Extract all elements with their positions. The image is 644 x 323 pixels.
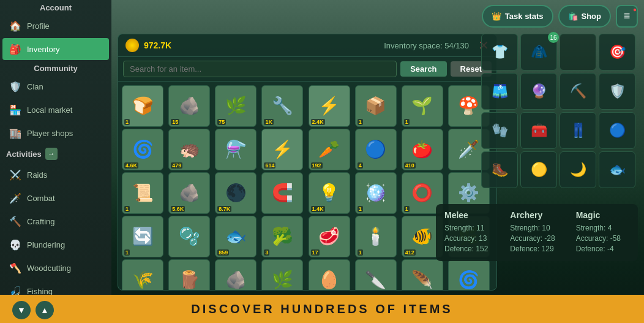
item-cell[interactable]: 🥩17 xyxy=(309,216,350,257)
item-cell[interactable]: 🪨2 xyxy=(215,259,256,290)
item-cell[interactable]: 🕯️1 xyxy=(355,216,397,257)
stats-panel: Melee Strength: 11 Accuracy: 13 Defence:… xyxy=(436,204,638,261)
sidebar-item-profile[interactable]: 🏠 Profile xyxy=(2,15,109,37)
item-cell[interactable]: 🪨5.6K xyxy=(168,172,210,214)
item-cell[interactable]: 📜1 xyxy=(122,172,163,214)
equip-slot[interactable]: 🔵 xyxy=(599,112,635,149)
equip-slot[interactable] xyxy=(560,34,596,70)
equip-slot[interactable]: 🌙 xyxy=(560,151,596,188)
item-icon: 🦔 xyxy=(179,141,200,158)
equip-slot[interactable]: 👖 xyxy=(560,112,596,149)
equip-slot[interactable]: 🛡️ xyxy=(599,73,635,110)
nav-up-arrow[interactable]: ▲ xyxy=(36,301,54,319)
item-count: 1 xyxy=(358,206,363,212)
equip-slot[interactable]: 🧤 xyxy=(481,112,518,149)
equip-slot[interactable]: 🥾 xyxy=(481,151,518,188)
item-count: 4 xyxy=(358,162,363,169)
item-cell[interactable]: 🌾146 xyxy=(122,259,163,290)
bag-icon: 🛍️ xyxy=(568,12,578,21)
item-icon: 🌾 xyxy=(132,272,154,289)
item-icon: 🗡️ xyxy=(458,141,479,158)
item-cell[interactable]: 🔧1K xyxy=(261,85,303,127)
item-cell[interactable]: 🥕192 xyxy=(309,129,350,170)
item-icon: 🥚 xyxy=(318,272,340,289)
item-cell[interactable]: 🫧 xyxy=(168,216,210,257)
activities-arrow[interactable]: → xyxy=(45,148,58,160)
item-cell[interactable]: ⚡2.4K xyxy=(309,85,350,127)
equip-slot[interactable]: 🎯 xyxy=(599,34,635,70)
item-cell[interactable]: 🍅410 xyxy=(402,129,443,170)
sidebar-item-crafting[interactable]: 🔨 Crafting xyxy=(2,210,109,232)
item-cell[interactable]: 🪩1 xyxy=(355,172,397,214)
item-cell[interactable]: 🔪1 xyxy=(355,259,397,290)
sidebar-item-clan[interactable]: 🛡️ Clan xyxy=(2,75,109,97)
magic-strength: Strength: 4 xyxy=(576,224,629,232)
crafting-icon: 🔨 xyxy=(9,215,22,228)
hamburger-icon: ≡ xyxy=(624,10,631,23)
menu-button[interactable]: ≡ ● xyxy=(616,5,638,28)
task-stats-button[interactable]: 👑 Task stats xyxy=(482,5,553,28)
equip-slot[interactable]: 🔮 xyxy=(520,73,557,110)
magic-title: Magic xyxy=(576,210,629,220)
equip-slot[interactable]: 🟡 xyxy=(520,151,557,188)
sidebar-label-fishing: Fishing xyxy=(27,287,53,295)
item-cell[interactable]: ⚗️ xyxy=(215,129,256,170)
item-cell[interactable]: 🔵4 xyxy=(355,129,397,170)
sidebar-item-raids[interactable]: ⚔️ Raids xyxy=(2,164,109,186)
equip-slot[interactable]: 👕 xyxy=(481,34,518,70)
sidebar-item-inventory[interactable]: 🎒 Inventory xyxy=(2,38,109,60)
item-cell[interactable]: 🥦3 xyxy=(261,216,303,257)
archery-stats: Archery Strength: 10 Accuracy: -28 Defen… xyxy=(510,210,563,255)
item-cell[interactable]: 🌑8.7K xyxy=(215,172,256,214)
item-cell[interactable]: 🪶1.5K xyxy=(402,259,443,290)
item-count: 1K xyxy=(264,119,274,125)
item-icon: 🔧 xyxy=(272,97,293,115)
sidebar-item-combat[interactable]: 🗡️ Combat xyxy=(2,187,109,209)
item-cell[interactable]: 🪨15 xyxy=(168,85,210,127)
sidebar-item-player-shops[interactable]: 🏬 Player shops xyxy=(2,122,109,144)
equip-slot[interactable]: 🧰 xyxy=(520,112,557,149)
item-cell[interactable]: 🌀 xyxy=(448,259,490,290)
item-cell[interactable]: 🍞1 xyxy=(122,85,163,127)
item-cell[interactable]: 🦔479 xyxy=(168,129,210,170)
item-icon: 🐟 xyxy=(225,228,247,245)
item-cell[interactable]: 🌱1 xyxy=(402,85,443,127)
item-count: 192 xyxy=(311,162,323,169)
equip-slot[interactable]: 🧥16 xyxy=(520,34,557,70)
equip-slot[interactable]: 🐟 xyxy=(599,151,635,188)
item-icon: 🔄 xyxy=(132,228,154,245)
item-cell[interactable]: 📦1 xyxy=(355,85,397,127)
sidebar-label-woodcutting: Woodcutting xyxy=(27,264,71,273)
sidebar-item-local-market[interactable]: 🏪 Local market xyxy=(2,99,109,121)
item-cell[interactable]: 🌀4.6K xyxy=(122,129,163,170)
item-cell[interactable]: 🔄1 xyxy=(122,216,163,257)
equip-icon: 🧥 xyxy=(531,44,547,60)
shop-button[interactable]: 🛍️ Shop xyxy=(558,5,612,28)
item-cell[interactable]: 🐟859 xyxy=(215,216,256,257)
item-cell[interactable]: 💡1.4K xyxy=(309,172,350,214)
item-cell[interactable]: 🌿75 xyxy=(215,85,256,127)
item-cell[interactable]: 🥚1 xyxy=(309,259,350,290)
bottom-banner: DISCOVER HUNDREDS OF ITEMS xyxy=(0,295,644,323)
item-count: 4.6K xyxy=(124,162,138,169)
equip-slot[interactable]: 🩳 xyxy=(481,73,518,110)
search-input[interactable] xyxy=(123,61,397,77)
magic-stats: Magic Strength: 4 Accuracy: -58 Defence:… xyxy=(576,210,629,255)
item-cell[interactable]: 🧲 xyxy=(261,172,303,214)
sidebar-label-player-shops: Player shops xyxy=(27,129,73,138)
item-cell[interactable]: 🌿109 xyxy=(261,259,303,290)
equipment-grid: 👕🧥16🎯🩳🔮⛏️🛡️🧤🧰👖🔵🥾🟡🌙🐟 xyxy=(479,34,638,188)
melee-stats: Melee Strength: 11 Accuracy: 13 Defence:… xyxy=(444,210,498,255)
item-cell[interactable]: ⚡614 xyxy=(261,129,303,170)
search-button[interactable]: Search xyxy=(400,61,446,77)
equip-slot[interactable]: ⛏️ xyxy=(560,73,596,110)
magic-accuracy: Accuracy: -58 xyxy=(576,234,629,243)
sidebar-item-woodcutting[interactable]: 🪓 Woodcutting xyxy=(2,257,109,279)
item-cell[interactable]: 🪵186 xyxy=(168,259,210,290)
nav-down-arrow[interactable]: ▼ xyxy=(12,301,31,319)
equip-icon: 👕 xyxy=(492,44,508,60)
sidebar-item-plundering[interactable]: 💀 Plundering xyxy=(2,234,109,256)
item-count: 17 xyxy=(311,249,320,256)
sidebar-item-fishing[interactable]: 🎣 Fishing xyxy=(2,280,109,295)
item-icon: ⚡ xyxy=(318,97,340,115)
